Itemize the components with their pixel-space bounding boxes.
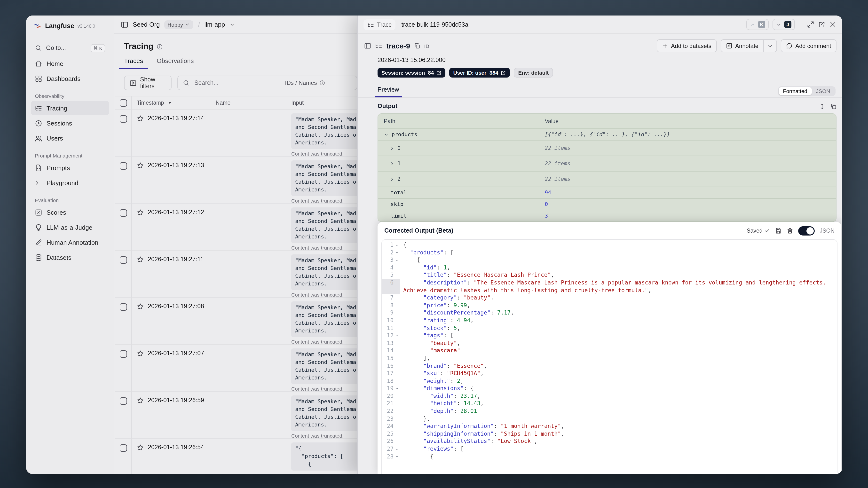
show-filters-button[interactable]: Show filters [124, 75, 172, 90]
panel-left-icon[interactable] [121, 21, 128, 28]
star-icon[interactable] [137, 350, 144, 357]
star-icon[interactable] [137, 444, 144, 451]
table-row[interactable]: 2026-01-13 19:26:54"{ "products": [ { [115, 438, 357, 474]
add-to-datasets-button[interactable]: Add to datasets [656, 39, 717, 52]
line-number: 28 [382, 453, 394, 460]
output-row-1[interactable]: 122 items [378, 156, 836, 171]
fold-chevron-icon[interactable] [395, 243, 399, 247]
table-row[interactable]: 2026-01-13 19:27:13"Madam Speaker, Mad a… [115, 156, 357, 204]
row-checkbox[interactable] [120, 303, 127, 311]
info-icon[interactable] [157, 43, 163, 50]
fold-chevron-icon[interactable] [395, 251, 399, 255]
row-checkbox[interactable] [120, 256, 127, 264]
fold-chevron-icon[interactable] [395, 455, 399, 459]
table-row[interactable]: 2026-01-13 19:27:11"Madam Speaker, Mad a… [115, 250, 357, 298]
trash-icon[interactable] [787, 227, 794, 234]
maximize-button[interactable] [807, 21, 814, 28]
star-icon[interactable] [137, 256, 144, 263]
collapse-panel-icon[interactable] [364, 42, 371, 50]
sidebar-item-scores[interactable]: Scores [31, 205, 109, 219]
add-comment-button[interactable]: Add comment [781, 39, 837, 52]
row-checkbox[interactable] [120, 162, 127, 170]
fold-chevron-icon[interactable] [395, 334, 399, 338]
output-row-0[interactable]: 022 items [378, 140, 836, 156]
org-name[interactable]: Seed Org [133, 21, 160, 28]
open-external-button[interactable] [818, 21, 825, 28]
code-line: 17 "sku": "RCH45Q1A", [382, 370, 837, 377]
sidebar-item-human-annotation[interactable]: Human Annotation [31, 235, 109, 250]
row-checkbox[interactable] [120, 350, 127, 358]
row-checkbox[interactable] [120, 115, 127, 123]
annotate-menu-button[interactable] [764, 39, 777, 52]
search-input[interactable] [193, 79, 268, 87]
output-row-products[interactable]: products[{"id": ...}, {"id": ...}, {"id"… [378, 128, 836, 140]
table-row[interactable]: 2026-01-13 19:27:14"Madam Speaker, Mad a… [115, 110, 357, 156]
output-row-2[interactable]: 222 items [378, 171, 836, 187]
row-checkbox[interactable] [120, 445, 127, 452]
column-name[interactable]: Name [215, 100, 286, 105]
select-all-checkbox[interactable] [120, 99, 127, 106]
sidebar-item-tracing[interactable]: Tracing [31, 101, 109, 115]
fold-chevron-icon[interactable] [395, 258, 399, 262]
tab-preview[interactable]: Preview [375, 86, 402, 97]
fold-chevron-icon[interactable] [395, 447, 399, 451]
star-icon[interactable] [137, 444, 144, 451]
tab-observations[interactable]: Observations [152, 57, 199, 69]
table-row[interactable]: 2026-01-13 19:27:07"Madam Speaker, Mad a… [115, 344, 357, 392]
row-checkbox[interactable] [120, 209, 127, 217]
table-row[interactable]: 2026-01-13 19:26:59"Madam Speaker, Mad a… [115, 392, 357, 438]
sidebar-item-users[interactable]: Users [31, 131, 109, 145]
star-icon[interactable] [137, 397, 144, 404]
sidebar-item-sessions[interactable]: Sessions [31, 116, 109, 130]
sidebar-item-playground[interactable]: Playground [31, 176, 109, 190]
sidebar-item-prompts[interactable]: Prompts [31, 160, 109, 175]
save-icon[interactable] [775, 227, 782, 234]
code-line: 21 "height": 14.43, [382, 400, 837, 407]
star-icon[interactable] [137, 162, 144, 169]
copy-icon[interactable] [414, 43, 420, 49]
output-value: 94 [545, 189, 830, 196]
line-number: 25 [382, 430, 394, 438]
plan-badge[interactable]: Hobby [164, 20, 194, 29]
project-name[interactable]: llm-app [204, 21, 225, 28]
badge-session[interactable]: Session: session_84 [377, 68, 445, 78]
annotate-button[interactable]: Annotate [721, 39, 764, 52]
search-box[interactable]: IDs / Names [177, 75, 357, 90]
search-scope[interactable]: IDs / Names [285, 80, 352, 86]
star-icon[interactable] [137, 350, 144, 357]
star-icon[interactable] [137, 209, 144, 216]
sidebar-item-label: Users [46, 134, 63, 142]
sidebar-item-llm-as-a-judge[interactable]: LLM-as-a-Judge [31, 220, 109, 235]
format-formatted[interactable]: Formatted [779, 87, 811, 95]
star-icon[interactable] [137, 256, 144, 263]
star-icon[interactable] [137, 115, 144, 122]
format-json[interactable]: JSON [811, 87, 835, 95]
tab-traces[interactable]: Traces [119, 57, 148, 69]
copy-icon[interactable] [830, 103, 837, 109]
chevron-down-icon[interactable] [229, 22, 235, 27]
star-icon[interactable] [137, 209, 144, 216]
sidebar-item-dashboards[interactable]: Dashboards [31, 71, 109, 86]
sidebar-item-home[interactable]: Home [31, 56, 109, 71]
column-timestamp[interactable]: Timestamp [137, 100, 164, 105]
nav-up-button[interactable]: K [746, 19, 769, 30]
expand-vertical-icon[interactable] [819, 103, 825, 109]
close-button[interactable] [829, 21, 837, 28]
row-checkbox[interactable] [120, 397, 127, 405]
star-icon[interactable] [137, 115, 144, 122]
json-toggle[interactable] [799, 226, 815, 235]
json-code-editor[interactable]: 1{2 "products": [3 {4 "id": 1,5 "title":… [381, 239, 837, 474]
star-icon[interactable] [137, 397, 144, 404]
goto-search[interactable]: Go to... ⌘ K [31, 40, 109, 56]
sidebar-item-datasets[interactable]: Datasets [31, 250, 109, 265]
line-number: 8 [382, 302, 394, 309]
star-icon[interactable] [137, 162, 144, 169]
star-icon[interactable] [137, 303, 144, 310]
table-row[interactable]: 2026-01-13 19:27:12"Madam Speaker, Mad a… [115, 204, 357, 250]
star-icon[interactable] [137, 303, 144, 310]
code-line: 9 "discountPercentage": 7.17, [382, 309, 837, 317]
fold-chevron-icon[interactable] [395, 387, 399, 391]
table-row[interactable]: 2026-01-13 19:27:08"Madam Speaker, Mad a… [115, 298, 357, 344]
nav-down-button[interactable]: J [773, 19, 795, 30]
badge-user-id[interactable]: User ID: user_384 [449, 68, 510, 78]
